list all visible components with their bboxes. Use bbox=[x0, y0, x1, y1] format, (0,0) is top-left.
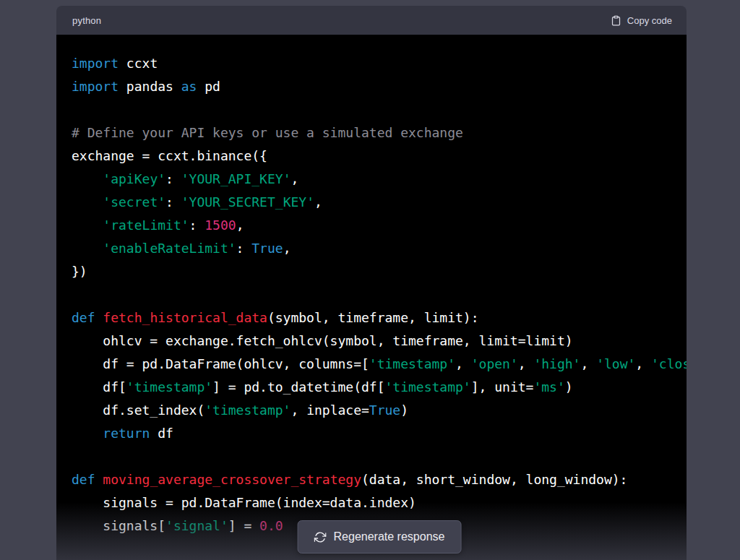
code-line: # Define your API keys or use a simulate… bbox=[72, 121, 687, 145]
copy-code-button[interactable]: Copy code bbox=[611, 15, 672, 26]
code-line: import pandas as pd bbox=[72, 75, 687, 98]
code-line: def fetch_historical_data(symbol, timefr… bbox=[72, 306, 687, 329]
code-line: df.set_index('timestamp', inplace=True) bbox=[72, 399, 687, 422]
code-line: signals = pd.DataFrame(index=data.index) bbox=[72, 491, 687, 514]
clipboard-icon bbox=[611, 15, 621, 26]
code-line: ohlcv = exchange.fetch_ohlcv(symbol, tim… bbox=[72, 329, 687, 353]
code-line: 'rateLimit': 1500, bbox=[72, 214, 687, 237]
code-line: def moving_average_crossover_strategy(da… bbox=[72, 468, 687, 491]
code-line bbox=[72, 283, 687, 306]
page: { "header": { "language_label": "python"… bbox=[0, 0, 740, 560]
code-block: python Copy code import ccxtimport panda… bbox=[56, 6, 687, 560]
code-line: exchange = ccxt.binance({ bbox=[72, 145, 687, 168]
code-line: 'secret': 'YOUR_SECRET_KEY', bbox=[72, 191, 687, 214]
code-line: 'apiKey': 'YOUR_API_KEY', bbox=[72, 168, 687, 191]
language-label: python bbox=[72, 15, 101, 26]
code-line: import ccxt bbox=[72, 52, 687, 75]
code-line bbox=[72, 98, 687, 121]
code-line: }) bbox=[72, 260, 687, 283]
code-line: df['timestamp'] = pd.to_datetime(df['tim… bbox=[72, 376, 687, 399]
regenerate-icon bbox=[314, 531, 327, 543]
code-content: import ccxtimport pandas as pd# Define y… bbox=[56, 35, 687, 560]
code-line: df = pd.DataFrame(ohlcv, columns=['times… bbox=[72, 353, 687, 376]
code-line bbox=[72, 445, 687, 468]
code-block-header: python Copy code bbox=[56, 6, 687, 35]
regenerate-response-label: Regenerate response bbox=[334, 530, 445, 543]
code-line: return df bbox=[72, 422, 687, 445]
copy-code-label: Copy code bbox=[627, 15, 672, 26]
code-line: 'enableRateLimit': True, bbox=[72, 237, 687, 260]
regenerate-response-button[interactable]: Regenerate response bbox=[298, 520, 462, 553]
